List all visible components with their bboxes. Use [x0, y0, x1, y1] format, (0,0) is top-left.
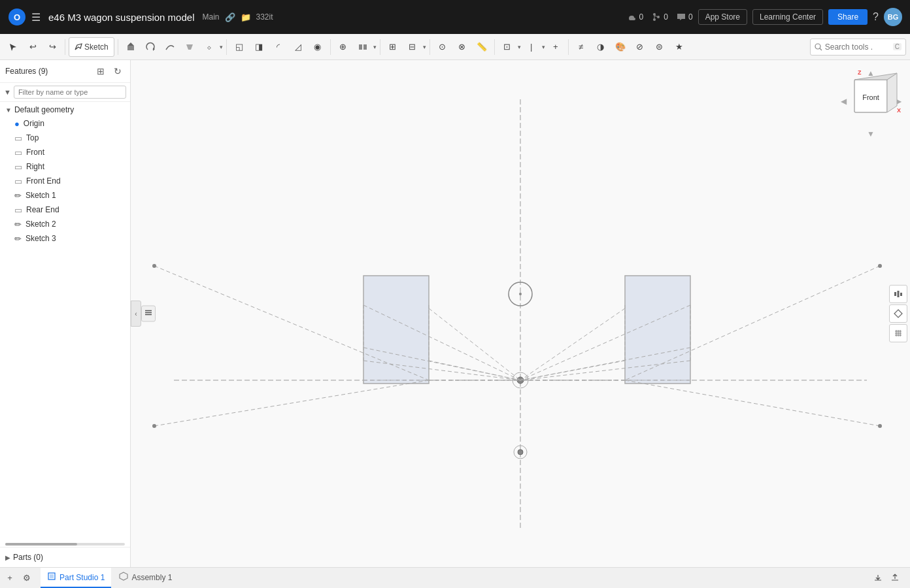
default-geometry-group[interactable]: ▼ Default geometry: [0, 103, 130, 116]
folder-icon[interactable]: 📁: [241, 12, 251, 22]
tb-loft[interactable]: [180, 37, 199, 57]
tb-axis[interactable]: |: [522, 37, 541, 57]
tb-divider-5: [380, 39, 380, 55]
search-icon: [815, 43, 822, 51]
chevron-right-icon: ▶: [5, 554, 10, 561]
redo-button[interactable]: ↪: [43, 37, 61, 57]
tb-mirror[interactable]: ⊟: [403, 37, 422, 57]
tb-point[interactable]: +: [547, 37, 565, 57]
right-tools: [889, 285, 907, 342]
origin-label: Origin: [24, 119, 44, 128]
sidebar: Features (9) ⊞ ↻ ▼ ▼ Default geometry ● …: [0, 60, 131, 567]
sidebar-scrollbar[interactable]: [5, 543, 125, 546]
search-tools-field[interactable]: [825, 42, 890, 52]
canvas-area[interactable]: ‹ .axis-line { stroke: #999; stroke-widt…: [131, 60, 910, 567]
tb-revolve[interactable]: [141, 37, 160, 57]
tb-dropdown-5[interactable]: ▾: [542, 44, 545, 50]
tb-extrude[interactable]: [122, 37, 140, 57]
svg-rect-63: [900, 293, 902, 296]
tb-measure[interactable]: 📏: [473, 37, 491, 57]
tb-draft[interactable]: ◨: [250, 37, 268, 57]
filter-input[interactable]: [14, 86, 126, 99]
import-button[interactable]: [871, 571, 885, 585]
tb-more-1[interactable]: ⬦: [200, 37, 218, 57]
tb-divider-6: [430, 39, 430, 55]
tb-sweep[interactable]: [161, 37, 179, 57]
help-button[interactable]: ?: [873, 11, 879, 23]
feature-item-front-end[interactable]: ▭ Front End: [0, 174, 130, 188]
top-actions: App Store Learning Center Share ? BG: [698, 8, 902, 26]
feature-item-rear-end[interactable]: ▭ Rear End: [0, 203, 130, 217]
tb-render[interactable]: ◑: [592, 37, 610, 57]
filter-bar: ▼: [0, 83, 130, 102]
tb-plane[interactable]: ⊡: [498, 37, 516, 57]
search-shortcut: C: [893, 43, 902, 50]
feature-item-right[interactable]: ▭ Right: [0, 159, 130, 174]
branch-indicator: 0: [651, 12, 668, 22]
tb-variable[interactable]: ≠: [572, 37, 590, 57]
tb-boolean[interactable]: ⊕: [334, 37, 352, 57]
tab-part-studio-1-label: Part Studio 1: [59, 573, 105, 582]
tb-divider-4: [330, 39, 331, 55]
rt-appearance-btn[interactable]: [889, 304, 907, 323]
tb-appearance[interactable]: 🎨: [611, 37, 630, 57]
hamburger-menu[interactable]: ☰: [31, 11, 41, 24]
tab-assembly-1[interactable]: Assembly 1: [112, 568, 178, 588]
tab-actions: + ⚙: [3, 568, 34, 588]
tb-split[interactable]: [354, 37, 372, 57]
select-tool[interactable]: [4, 37, 22, 57]
svg-line-45: [429, 308, 520, 380]
onshape-logo[interactable]: O: [8, 8, 26, 26]
sketch-button[interactable]: Sketch: [69, 37, 114, 57]
tb-hole[interactable]: ◉: [309, 37, 327, 57]
tb-dropdown-4[interactable]: ▾: [518, 44, 521, 50]
sketch-canvas: .axis-line { stroke: #999; stroke-width:…: [131, 60, 910, 567]
feature-item-sketch3[interactable]: ✏ Sketch 3: [0, 231, 130, 246]
tb-chamfer[interactable]: ◿: [289, 37, 307, 57]
canvas-list-toggle[interactable]: [141, 306, 156, 322]
tb-mate[interactable]: ⊙: [433, 37, 452, 57]
feature-item-origin[interactable]: ● Origin: [0, 116, 130, 131]
share-button[interactable]: Share: [828, 9, 868, 25]
front-label: Front: [26, 148, 44, 157]
export-button[interactable]: [888, 571, 902, 585]
feature-item-sketch1[interactable]: ✏ Sketch 1: [0, 188, 130, 203]
tb-section[interactable]: ⊘: [631, 37, 649, 57]
tb-dropdown-3[interactable]: ▾: [423, 44, 426, 50]
settings-tab-button[interactable]: ⚙: [20, 571, 34, 585]
sketch-icon-2: ✏: [14, 220, 22, 229]
sidebar-expand-icon[interactable]: ⊞: [93, 64, 108, 78]
tb-custom[interactable]: ★: [670, 37, 688, 57]
top-bar: O ☰ e46 M3 wagon suspension model Main 🔗…: [0, 0, 910, 34]
undo-button[interactable]: ↩: [24, 37, 42, 57]
app-store-button[interactable]: App Store: [698, 9, 747, 25]
link-icon[interactable]: 🔗: [225, 12, 235, 22]
user-avatar[interactable]: BG: [884, 8, 902, 26]
tb-pattern[interactable]: ⊞: [384, 37, 402, 57]
svg-text:▲: ▲: [867, 69, 875, 78]
tb-fillet[interactable]: ◜: [269, 37, 288, 57]
view-cube[interactable]: ▲ ◀ ▶ ▼ Front Z X: [838, 68, 903, 140]
svg-point-37: [152, 264, 156, 268]
rt-settings-btn[interactable]: [889, 285, 907, 303]
tb-dropdown-1[interactable]: ▾: [220, 44, 223, 50]
search-tools-input[interactable]: C: [810, 39, 906, 56]
feature-item-front[interactable]: ▭ Front: [0, 145, 130, 159]
svg-point-20: [519, 293, 522, 295]
tb-dropdown-2[interactable]: ▾: [373, 44, 377, 50]
plane-icon-right: ▭: [14, 162, 22, 172]
svg-point-3: [653, 18, 656, 21]
sidebar-refresh-icon[interactable]: ↻: [110, 64, 125, 78]
add-tab-button[interactable]: +: [3, 571, 17, 585]
learning-center-button[interactable]: Learning Center: [752, 9, 823, 25]
tab-part-studio-1[interactable]: Part Studio 1: [41, 568, 111, 588]
tb-divider-2: [118, 39, 118, 55]
tb-mates-more[interactable]: ⊗: [453, 37, 471, 57]
svg-marker-10: [186, 44, 193, 50]
feature-item-top[interactable]: ▭ Top: [0, 131, 130, 145]
tb-mass[interactable]: ⊜: [650, 37, 669, 57]
parts-header[interactable]: ▶ Parts (0): [0, 550, 130, 564]
tb-shell[interactable]: ◱: [230, 37, 248, 57]
rt-grid-btn[interactable]: [889, 324, 907, 342]
feature-item-sketch2[interactable]: ✏ Sketch 2: [0, 217, 130, 231]
